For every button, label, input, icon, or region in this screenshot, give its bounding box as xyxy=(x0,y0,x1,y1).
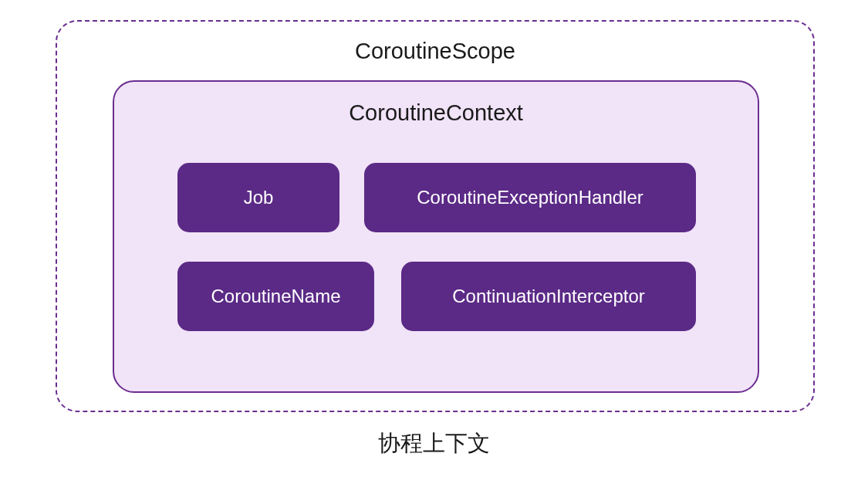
coroutine-scope-box: CoroutineScope CoroutineContext Job Coro… xyxy=(56,20,815,412)
diagram-caption: 协程上下文 xyxy=(0,428,868,459)
element-coroutine-name: CoroutineName xyxy=(177,262,374,331)
context-title: CoroutineContext xyxy=(114,100,758,126)
element-continuation-interceptor: ContinuationInterceptor xyxy=(401,262,696,331)
coroutine-context-box: CoroutineContext Job CoroutineExceptionH… xyxy=(113,80,759,393)
element-job: Job xyxy=(177,163,339,232)
scope-title: CoroutineScope xyxy=(57,39,813,64)
element-exception-handler: CoroutineExceptionHandler xyxy=(364,163,696,232)
